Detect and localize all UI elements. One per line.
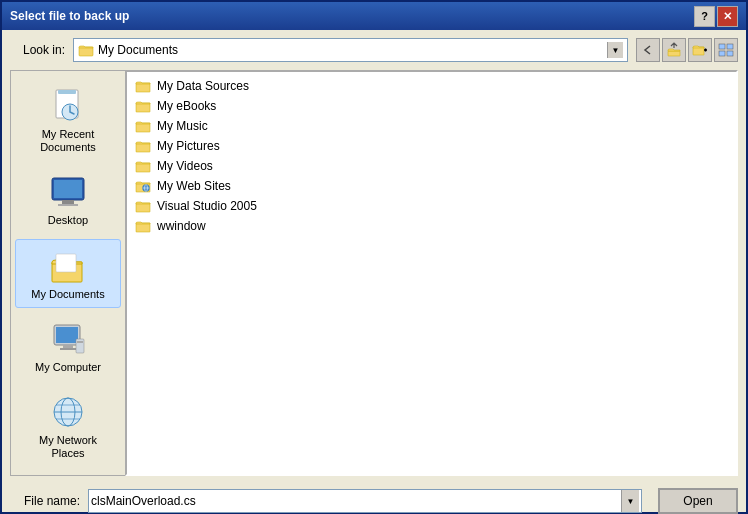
svg-rect-5 (719, 44, 725, 49)
filename-input[interactable] (91, 494, 621, 508)
svg-rect-20 (63, 345, 73, 348)
web-folder-icon (135, 178, 151, 194)
look-in-content: My Documents (78, 42, 178, 58)
svg-rect-30 (136, 103, 150, 112)
file-item-name: My Pictures (157, 139, 220, 153)
toolbar-buttons (636, 38, 738, 62)
back-icon (640, 42, 656, 58)
folder-icon (135, 198, 151, 214)
sidebar-item-computer-label: My Computer (35, 361, 101, 374)
folder-icon (135, 218, 151, 234)
sidebar-item-documents-label: My Documents (31, 288, 104, 301)
sidebar-item-recent[interactable]: My RecentDocuments (15, 79, 121, 161)
documents-icon (48, 246, 88, 286)
file-list[interactable]: My Data Sources My eBooks My Music (125, 70, 738, 476)
network-icon (48, 392, 88, 432)
list-item[interactable]: My eBooks (131, 96, 732, 116)
filename-row: File name: ▼ Open (10, 488, 738, 514)
file-item-name: My Data Sources (157, 79, 249, 93)
folder-icon (135, 118, 151, 134)
title-bar-buttons: ? ✕ (694, 6, 738, 27)
sidebar-item-documents[interactable]: My Documents (15, 239, 121, 308)
list-item[interactable]: My Videos (131, 156, 732, 176)
help-button[interactable]: ? (694, 6, 715, 27)
folder-icon (135, 158, 151, 174)
recent-icon (48, 86, 88, 126)
list-item[interactable]: Visual Studio 2005 (131, 196, 732, 216)
filename-dropdown-arrow[interactable]: ▼ (621, 490, 639, 512)
title-bar: Select file to back up ? ✕ (2, 2, 746, 30)
svg-rect-38 (136, 203, 150, 212)
sidebar-item-desktop[interactable]: Desktop (15, 165, 121, 234)
svg-rect-21 (60, 348, 76, 350)
folder-icon (78, 42, 94, 58)
sidebar-item-recent-label: My RecentDocuments (40, 128, 96, 154)
folder-icon (135, 138, 151, 154)
look-in-dropdown[interactable]: My Documents ▼ (73, 38, 628, 62)
file-item-name: My Videos (157, 159, 213, 173)
svg-rect-13 (54, 180, 82, 198)
list-item[interactable]: My Web Sites (131, 176, 732, 196)
svg-rect-31 (136, 123, 150, 132)
up-button[interactable] (662, 38, 686, 62)
list-item[interactable]: My Music (131, 116, 732, 136)
bottom-form: File name: ▼ Open Files of type: ▼ Cance… (10, 484, 738, 514)
folder-icon (135, 78, 151, 94)
svg-rect-15 (58, 204, 78, 206)
list-item[interactable]: My Pictures (131, 136, 732, 156)
look-in-dropdown-arrow[interactable]: ▼ (607, 42, 623, 58)
svg-rect-19 (56, 327, 78, 343)
svg-rect-0 (79, 47, 93, 56)
current-folder-name: My Documents (98, 43, 178, 57)
svg-rect-14 (62, 200, 74, 204)
dialog-window: Select file to back up ? ✕ Look in: My D… (0, 0, 748, 514)
up-icon (666, 42, 682, 58)
svg-rect-33 (136, 163, 150, 172)
action-buttons: Open (658, 488, 738, 514)
sidebar: My RecentDocuments Desktop (10, 70, 125, 476)
file-item-name: Visual Studio 2005 (157, 199, 257, 213)
filename-label: File name: (10, 494, 80, 508)
sidebar-item-desktop-label: Desktop (48, 214, 88, 227)
svg-rect-6 (727, 44, 733, 49)
close-button[interactable]: ✕ (717, 6, 738, 27)
view-icon (718, 42, 734, 58)
svg-rect-1 (668, 51, 680, 56)
file-item-name: wwindow (157, 219, 206, 233)
dialog-body: Look in: My Documents ▼ (2, 30, 746, 514)
look-in-label: Look in: (10, 43, 65, 57)
sidebar-item-computer[interactable]: My Computer (15, 312, 121, 381)
file-item-name: My Music (157, 119, 208, 133)
folder-icon (135, 98, 151, 114)
svg-rect-29 (136, 83, 150, 92)
svg-rect-23 (77, 341, 83, 343)
sidebar-item-network[interactable]: My NetworkPlaces (15, 385, 121, 467)
computer-icon (48, 319, 88, 359)
new-folder-button[interactable] (688, 38, 712, 62)
file-item-name: My eBooks (157, 99, 216, 113)
open-button[interactable]: Open (658, 488, 738, 514)
file-item-name: My Web Sites (157, 179, 231, 193)
sidebar-item-network-label: My NetworkPlaces (39, 434, 97, 460)
filename-input-wrapper[interactable]: ▼ (88, 489, 642, 513)
svg-rect-10 (58, 90, 76, 94)
toolbar-row: Look in: My Documents ▼ (10, 38, 738, 62)
new-folder-icon (692, 42, 708, 58)
back-button[interactable] (636, 38, 660, 62)
view-button[interactable] (714, 38, 738, 62)
svg-rect-7 (719, 51, 725, 56)
list-item[interactable]: wwindow (131, 216, 732, 236)
svg-rect-32 (136, 143, 150, 152)
svg-rect-17 (56, 254, 76, 272)
main-area: My RecentDocuments Desktop (10, 70, 738, 476)
desktop-icon (48, 172, 88, 212)
list-item[interactable]: My Data Sources (131, 76, 732, 96)
svg-rect-8 (727, 51, 733, 56)
svg-rect-39 (136, 223, 150, 232)
dialog-title: Select file to back up (10, 9, 129, 23)
